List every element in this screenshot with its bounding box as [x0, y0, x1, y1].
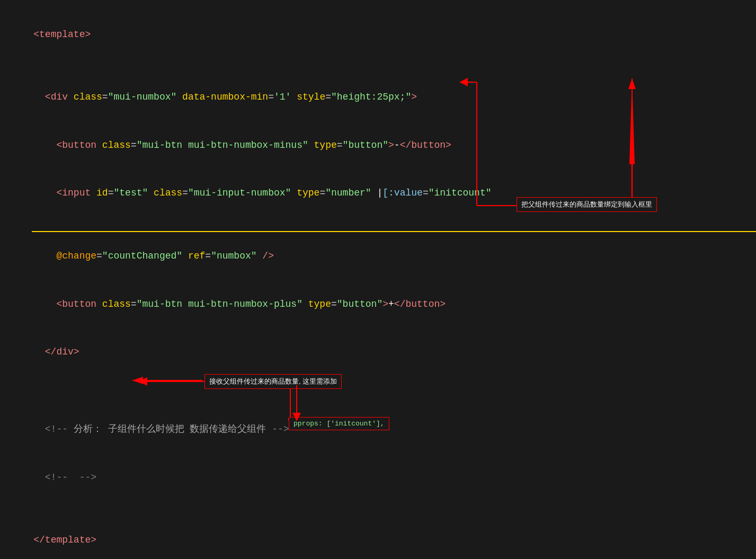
bracket: <	[33, 29, 39, 40]
empty-line-3	[0, 391, 756, 406]
annotation-box-3: pprops: ['initcount'],	[289, 417, 389, 430]
code-line-template-close: </template>	[0, 516, 756, 559]
annotation-3-text: pprops: ['initcount'],	[293, 420, 385, 428]
code-line-div: <div class="mui-numbox" data-numbox-min=…	[0, 73, 756, 121]
tag-name: template	[39, 29, 85, 40]
empty-line-1	[0, 58, 756, 73]
code-editor: <template> <div class="mui-numbox" data-…	[0, 0, 756, 559]
code-line-template-open: <template>	[0, 11, 756, 58]
yellow-underline	[32, 231, 756, 232]
bracket2: >	[85, 29, 91, 40]
annotation-2-text: 接收父组件传过来的商品数量, 这里需添加	[209, 377, 337, 385]
code-line-comment2: <!-- -->	[0, 454, 756, 501]
annotation-box-1: 把父组件传过来的商品数量绑定到输入框里	[517, 197, 657, 212]
empty-line-2	[0, 376, 756, 391]
code-line-change: @change="countChanged" ref="numbox" />	[0, 232, 756, 280]
code-line-btn-plus: <button class="mui-btn mui-btn-numbox-pl…	[0, 280, 756, 328]
code-line-div-close: </div>	[0, 328, 756, 376]
empty-line-4	[0, 501, 756, 516]
annotation-box-2: 接收父组件传过来的商品数量, 这里需添加	[204, 374, 342, 389]
annotation-1-text: 把父组件传过来的商品数量绑定到输入框里	[521, 200, 652, 208]
code-line-btn-minus: <button class="mui-btn mui-btn-numbox-mi…	[0, 121, 756, 169]
